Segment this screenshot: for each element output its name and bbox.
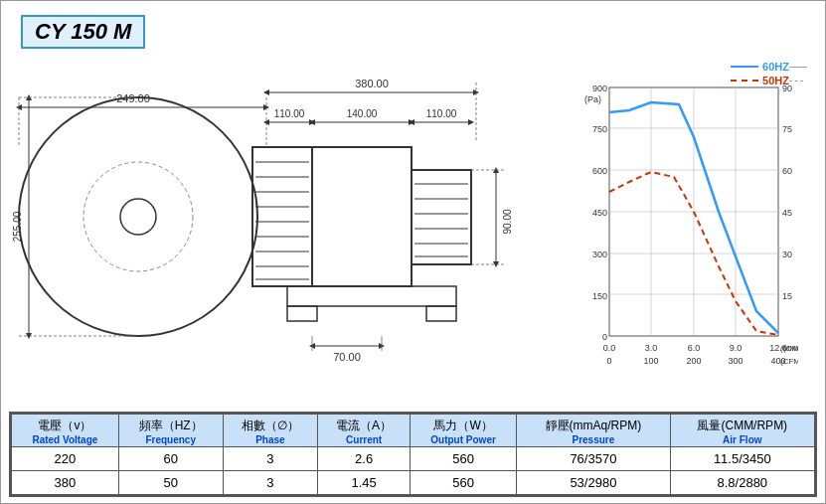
svg-text:600: 600: [592, 166, 607, 176]
svg-text:150: 150: [592, 291, 607, 301]
table-cell-0-1: 60: [118, 447, 223, 471]
svg-rect-13: [312, 147, 412, 286]
svg-text:30: 30: [782, 250, 792, 259]
svg-rect-21: [287, 286, 456, 306]
table-cell-0-4: 560: [410, 447, 516, 471]
table-body: 2206032.656076/357011.5/34503805031.4556…: [12, 447, 815, 495]
table-cell-0-6: 11.5/3450: [670, 447, 814, 471]
content-area: 249.00 380.00 110.00 140.00 110.00 255.0…: [1, 53, 825, 412]
svg-text:(Pa): (Pa): [584, 94, 601, 104]
product-title: CY 150 M: [35, 19, 131, 44]
performance-chart-svg: 900 750 600 450 300 150 0 (Pa) 90 75 60 …: [579, 83, 798, 391]
performance-chart-area: 60HZ —— 50HZ - - -: [576, 53, 817, 391]
table-header-5: 靜壓(mmAq/RPM)Pressure: [517, 415, 670, 447]
table-header-1: 頻率（HZ）Frequency: [118, 415, 223, 447]
legend-60hz-line: [731, 66, 758, 68]
table-cell-0-2: 3: [223, 447, 318, 471]
technical-drawing: 249.00 380.00 110.00 140.00 110.00 255.0…: [9, 53, 576, 391]
svg-text:100: 100: [643, 356, 658, 366]
svg-text:70.00: 70.00: [333, 351, 361, 363]
main-container: CY 150 M: [0, 0, 826, 504]
table-cell-1-2: 3: [223, 471, 318, 495]
svg-rect-3: [252, 147, 312, 286]
svg-point-2: [83, 162, 193, 271]
table-header-4: 馬力（W）Output Power: [410, 415, 516, 447]
table-cell-0-3: 2.6: [318, 447, 411, 471]
svg-text:(CFM): (CFM): [780, 357, 798, 366]
svg-text:450: 450: [592, 208, 607, 218]
svg-text:9.0: 9.0: [730, 343, 743, 353]
svg-text:45: 45: [782, 208, 792, 218]
table-cell-1-5: 53/2980: [517, 471, 670, 495]
svg-text:15: 15: [782, 291, 792, 301]
svg-text:0: 0: [606, 356, 611, 366]
svg-text:75: 75: [782, 124, 792, 134]
performance-table-container: 電壓（v）Rated Voltage頻率（HZ）Frequency相數（∅）Ph…: [9, 412, 817, 497]
table-header-6: 風量(CMM/RPM)Air Flow: [670, 415, 814, 447]
legend-50hz-label: 50HZ: [762, 75, 789, 86]
svg-text:200: 200: [686, 356, 701, 366]
table-cell-1-1: 50: [118, 471, 223, 495]
svg-text:255.00: 255.00: [12, 211, 23, 242]
svg-text:60: 60: [782, 166, 792, 176]
svg-point-1: [120, 199, 156, 235]
table-cell-1-4: 560: [410, 471, 516, 495]
table-cell-1-6: 8.8/2880: [670, 471, 814, 495]
legend-50hz-line: [731, 80, 758, 82]
svg-rect-22: [287, 306, 317, 321]
svg-text:249.00: 249.00: [116, 92, 150, 104]
svg-text:380.00: 380.00: [355, 78, 389, 89]
table-cell-1-3: 1.45: [318, 471, 411, 495]
svg-text:0.0: 0.0: [603, 343, 616, 353]
legend-50hz: 50HZ - - -: [731, 75, 807, 86]
product-title-box: CY 150 M: [21, 15, 145, 49]
legend-60hz-label: 60HZ: [762, 61, 789, 73]
svg-text:6.0: 6.0: [688, 343, 701, 353]
table-row-0: 2206032.656076/357011.5/3450: [12, 447, 815, 471]
legend-60hz: 60HZ ——: [731, 61, 807, 73]
svg-text:300: 300: [592, 250, 607, 259]
table-cell-1-0: 380: [12, 471, 119, 495]
table-header-2: 相數（∅）Phase: [223, 415, 318, 447]
svg-text:0: 0: [602, 332, 607, 342]
svg-text:750: 750: [592, 124, 607, 134]
performance-table: 電壓（v）Rated Voltage頻率（HZ）Frequency相數（∅）Ph…: [11, 414, 815, 495]
svg-text:110.00: 110.00: [274, 108, 305, 119]
table-header-3: 電流（A）Current: [318, 415, 411, 447]
svg-text:(CMM): (CMM): [783, 344, 798, 353]
table-cell-0-0: 220: [12, 447, 119, 471]
drawing-svg: 249.00 380.00 110.00 140.00 110.00 255.0…: [9, 53, 576, 391]
svg-point-0: [19, 97, 257, 336]
svg-text:300: 300: [728, 356, 743, 366]
table-header-0: 電壓（v）Rated Voltage: [12, 415, 119, 447]
svg-text:90.00: 90.00: [502, 209, 513, 234]
table-row-1: 3805031.4556053/29808.8/2880: [12, 471, 815, 495]
svg-text:110.00: 110.00: [426, 108, 457, 119]
svg-text:3.0: 3.0: [645, 343, 658, 353]
table-cell-0-5: 76/3570: [517, 447, 670, 471]
table-header-row: 電壓（v）Rated Voltage頻率（HZ）Frequency相數（∅）Ph…: [12, 415, 815, 447]
chart-legend: 60HZ —— 50HZ - - -: [731, 61, 807, 88]
svg-text:140.00: 140.00: [347, 108, 378, 119]
svg-rect-23: [426, 306, 456, 321]
svg-text:900: 900: [592, 84, 607, 93]
